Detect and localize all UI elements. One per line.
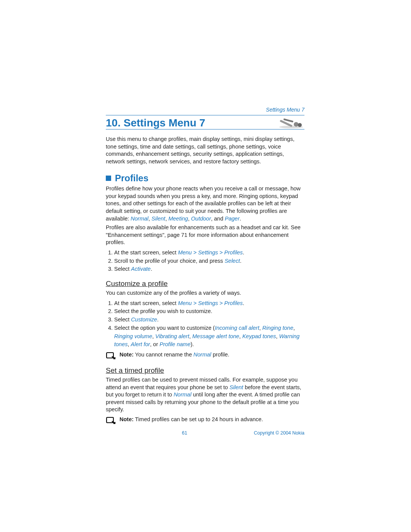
customize-step-1: At the start screen, select Menu > Setti… — [114, 299, 304, 308]
customize-intro: You can customize any of the profiles a … — [106, 289, 304, 297]
customize-step-2: Select the profile you wish to customize… — [114, 307, 304, 316]
timed-note-text: Note: Timed profiles can be set up to 24… — [119, 416, 263, 423]
timed-paragraph: Timed profiles can be used to prevent mi… — [106, 376, 304, 414]
section-profiles-heading: Profiles — [106, 173, 304, 184]
profiles-steps: At the start screen, select Menu > Setti… — [106, 249, 304, 273]
copyright: Copyright © 2004 Nokia — [254, 430, 304, 436]
tools-icon — [278, 117, 304, 129]
chapter-title: 10. Settings Menu 7 — [106, 117, 205, 129]
section-bullet-icon — [106, 176, 111, 181]
intro-paragraph: Use this menu to change profiles, main d… — [106, 136, 304, 165]
page-footer: 61 Copyright © 2004 Nokia — [106, 430, 304, 436]
running-header: Settings Menu 7 — [106, 107, 304, 113]
profiles-paragraph-2: Profiles are also available for enhancem… — [106, 224, 304, 246]
customize-step-4: Select the option you want to customize … — [114, 324, 304, 349]
customize-heading: Customize a profile — [106, 280, 304, 288]
customize-steps: At the start screen, select Menu > Setti… — [106, 299, 304, 349]
note-icon — [106, 352, 116, 360]
document-page: Settings Menu 7 10. Settings Menu 7 Use … — [0, 0, 411, 436]
timed-heading: Set a timed profile — [106, 366, 304, 375]
svg-point-2 — [298, 123, 302, 127]
customize-note-text: Note: You cannot rename the Normal profi… — [119, 351, 229, 359]
profiles-paragraph-1: Profiles define how your phone reacts wh… — [106, 185, 304, 222]
customize-note: Note: You cannot rename the Normal profi… — [106, 351, 304, 360]
profiles-step-1: At the start screen, select Menu > Setti… — [114, 249, 304, 257]
customize-step-3: Select Customize. — [114, 316, 304, 324]
page-number: 61 — [182, 430, 187, 436]
note-icon — [106, 417, 116, 425]
profiles-step-2: Scroll to the profile of your choice, an… — [114, 257, 304, 265]
chapter-title-row: 10. Settings Menu 7 — [106, 115, 304, 129]
section-profiles-title: Profiles — [115, 173, 148, 183]
svg-point-1 — [294, 122, 298, 126]
profiles-step-3: Select Activate. — [114, 265, 304, 273]
chapter-rule-bottom — [106, 129, 304, 129]
timed-note: Note: Timed profiles can be set up to 24… — [106, 416, 304, 425]
